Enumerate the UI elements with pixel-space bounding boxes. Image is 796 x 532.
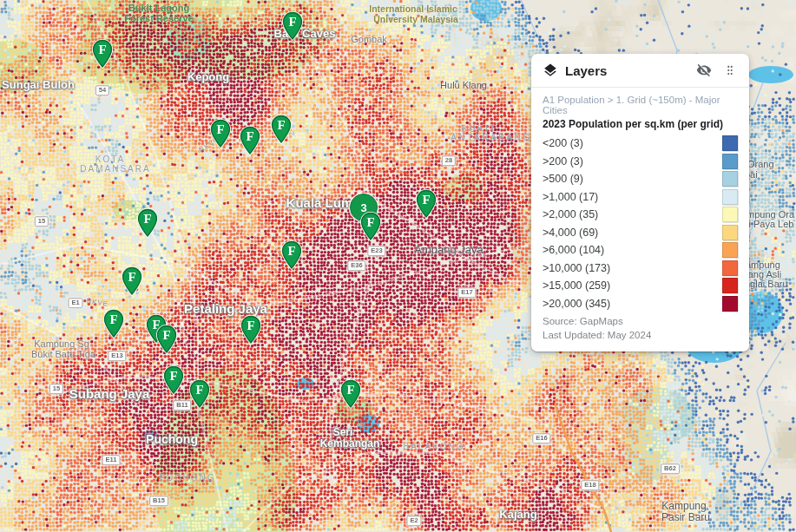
store-pin-marker[interactable]: F xyxy=(270,115,293,144)
store-pin-marker[interactable]: F xyxy=(280,240,303,270)
svg-text:F: F xyxy=(247,319,254,332)
layers-panel: Layers A1 Population > 1. Grid (~150m) -… xyxy=(531,54,749,351)
legend-row: >1,000 (17) xyxy=(543,188,738,207)
store-pin-marker[interactable]: F xyxy=(155,325,178,354)
source-text: Source: GapMaps xyxy=(543,315,738,329)
legend-row-label: >500 (9) xyxy=(543,173,583,185)
svg-text:F: F xyxy=(169,369,177,383)
svg-text:F: F xyxy=(288,15,296,29)
store-pin-marker[interactable]: F xyxy=(209,119,232,148)
store-pin-marker[interactable]: F xyxy=(136,208,159,238)
legend-row-label: >15,000 (259) xyxy=(543,279,610,292)
store-pin-marker[interactable]: F xyxy=(359,212,382,241)
legend-row: >10,000 (173) xyxy=(543,259,738,278)
panel-drag-handle[interactable] xyxy=(722,62,738,79)
legend-row-label: >1,000 (17) xyxy=(543,191,598,203)
gapmaps-app: Bukit LagongForest ReserveInternational … xyxy=(0,0,796,532)
store-pin-marker[interactable]: F xyxy=(102,309,125,338)
layer-breadcrumb[interactable]: A1 Population > 1. Grid (~150m) - Major … xyxy=(543,95,738,115)
layers-icon xyxy=(543,62,558,78)
svg-text:F: F xyxy=(109,312,117,326)
legend-color-swatch xyxy=(722,207,738,222)
legend-row: >2,000 (35) xyxy=(543,206,738,224)
svg-text:F: F xyxy=(366,215,374,229)
legend-row: <200 (3) xyxy=(543,135,738,153)
svg-text:F: F xyxy=(162,328,170,342)
legend-color-swatch xyxy=(722,278,738,293)
store-pin-marker[interactable]: F xyxy=(240,315,262,345)
svg-text:F: F xyxy=(143,212,151,226)
store-pin-marker[interactable]: F xyxy=(188,379,211,409)
store-pin-marker[interactable]: F xyxy=(239,126,261,155)
svg-text:F: F xyxy=(346,383,354,397)
legend-row: >15,000 (259) xyxy=(543,277,738,295)
eye-off-icon xyxy=(696,62,712,78)
store-pin-marker[interactable]: F xyxy=(121,266,143,296)
legend-row-label: >10,000 (173) xyxy=(543,262,610,274)
legend-row: >4,000 (69) xyxy=(543,224,738,242)
layers-panel-header: Layers xyxy=(531,54,749,88)
legend-color-swatch xyxy=(722,135,738,151)
svg-text:F: F xyxy=(98,43,106,56)
legend-row-label: >2,000 (35) xyxy=(543,208,598,220)
svg-text:F: F xyxy=(216,122,224,136)
legend-row-label: >200 (3) xyxy=(543,155,583,167)
legend-row: >20,000 (345) xyxy=(543,295,738,313)
legend-color-swatch xyxy=(722,242,738,258)
legend-row-label: >20,000 (345) xyxy=(543,298,610,310)
drag-handle-icon xyxy=(724,63,736,77)
legend-color-swatch xyxy=(722,260,738,276)
store-pin-marker[interactable]: F xyxy=(91,39,114,69)
svg-text:F: F xyxy=(246,129,253,143)
store-pin-marker[interactable]: F xyxy=(339,379,362,409)
store-pin-marker[interactable]: F xyxy=(415,189,437,219)
legend-color-swatch xyxy=(722,189,738,205)
legend-row: >200 (3) xyxy=(543,153,738,171)
legend-row-label: <200 (3) xyxy=(543,137,583,149)
legend-color-swatch xyxy=(722,171,738,187)
layers-panel-body: A1 Population > 1. Grid (~150m) - Major … xyxy=(531,88,749,351)
hide-all-layers-button[interactable] xyxy=(694,61,714,80)
last-updated-text: Last Updated: May 2024 xyxy=(543,329,738,343)
svg-text:F: F xyxy=(277,118,285,132)
legend-source: Source: GapMaps Last Updated: May 2024 xyxy=(543,315,738,342)
svg-text:F: F xyxy=(195,383,203,397)
svg-text:F: F xyxy=(422,193,430,207)
legend-color-swatch xyxy=(722,154,738,169)
legend-row: >500 (9) xyxy=(543,170,738,188)
legend-title: 2023 Population per sq.km (per grid) xyxy=(543,118,738,130)
legend-row: >6,000 (104) xyxy=(543,241,738,259)
store-pin-marker[interactable]: F xyxy=(162,365,185,395)
legend-row-label: >4,000 (69) xyxy=(543,227,598,239)
legend: <200 (3)>200 (3)>500 (9)>1,000 (17)>2,00… xyxy=(543,135,738,312)
svg-text:F: F xyxy=(128,270,135,284)
store-pin-marker[interactable]: F xyxy=(281,11,304,41)
svg-text:F: F xyxy=(287,244,295,258)
layers-panel-title: Layers xyxy=(565,63,686,78)
legend-color-swatch xyxy=(722,296,738,312)
legend-color-swatch xyxy=(722,225,738,240)
legend-row-label: >6,000 (104) xyxy=(543,244,604,256)
